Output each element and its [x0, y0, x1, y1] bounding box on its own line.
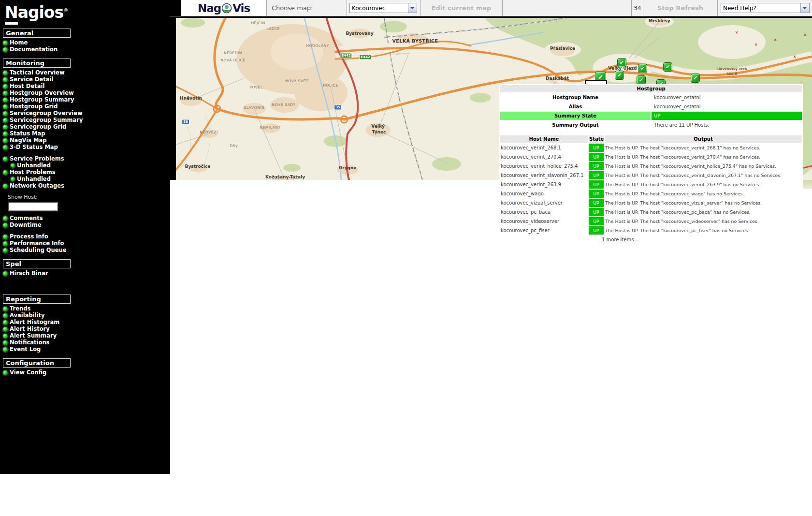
- sidebar-item-servicegroup-grid[interactable]: Servicegroup Grid: [3, 124, 170, 130]
- host-state-cell: UP: [589, 217, 604, 225]
- green-led-icon: [3, 170, 8, 175]
- sidebar-item-unhandled[interactable]: Unhandled: [11, 162, 170, 169]
- host-state-cell: UP: [589, 171, 604, 179]
- hostgroup-name-label: Hostgroup Name: [500, 93, 651, 102]
- host-status-up-icon[interactable]: ✔: [615, 71, 624, 80]
- sidebar-item-label: Hostgroup Overview: [10, 90, 74, 96]
- popup-title: Hostgroup: [500, 85, 802, 92]
- sidebar-item-network-outages[interactable]: Network Outages: [3, 183, 170, 189]
- sidebar-item-host-problems[interactable]: Host Problems: [3, 169, 170, 176]
- sidebar-item-view-config[interactable]: View Config: [3, 369, 170, 376]
- host-row: kocourovec_verint_slavonin_267.1UPThe Ho…: [500, 171, 802, 179]
- host-output-cell: The Host is UP. The host "kocourovec_ver…: [605, 171, 802, 179]
- map-select-cell: Kocourovec: [347, 0, 420, 16]
- sidebar-item-notifications[interactable]: Notifications: [3, 339, 170, 346]
- green-led-icon: [11, 163, 15, 168]
- dropdown-arrow-icon[interactable]: [408, 3, 417, 13]
- sidebar-item-label: Downtime: [10, 222, 41, 228]
- sidebar-item-label: Alert History: [10, 326, 50, 332]
- host-state-cell: UP: [589, 162, 604, 170]
- refresh-counter: 34: [632, 0, 643, 16]
- green-led-icon: [3, 320, 8, 325]
- sidebar-item-tactical-overview[interactable]: Tactical Overview: [3, 70, 170, 76]
- green-led-icon: [3, 235, 8, 239]
- host-output-cell: The Host is UP. The host "kocourovec_ver…: [605, 180, 802, 189]
- green-led-icon: [3, 111, 8, 116]
- host-row: kocourovec_verint_270.4UPThe Host is UP.…: [500, 153, 802, 161]
- show-host-block: Show Host:: [8, 194, 170, 211]
- sidebar-item-servicegroup-summary[interactable]: Servicegroup Summary: [3, 117, 170, 123]
- dropdown-arrow-icon[interactable]: [800, 3, 809, 13]
- sidebar-item-alert-summary[interactable]: Alert Summary: [3, 333, 170, 339]
- sidebar-item-alert-histogram[interactable]: Alert Histogram: [3, 319, 170, 325]
- nagios-logo[interactable]: Nagios®: [0, 0, 170, 23]
- sidebar-item-home[interactable]: Home: [3, 40, 170, 46]
- sidebar-item-label: Servicegroup Grid: [10, 124, 66, 130]
- host-name-cell: kocourovec_wago: [500, 190, 588, 198]
- host-status-up-icon[interactable]: ✔: [637, 75, 646, 85]
- sidebar-item-nagvis-map[interactable]: NagVis Map: [3, 137, 170, 144]
- green-led-icon: [3, 47, 8, 52]
- show-host-input[interactable]: [8, 202, 58, 211]
- sidebar-item-hostgroup-overview[interactable]: Hostgroup Overview: [3, 90, 170, 96]
- sidebar-item-documentation[interactable]: Documentation: [3, 46, 170, 53]
- sidebar-item-hostgroup-grid[interactable]: Hostgroup Grid: [3, 103, 170, 110]
- summary-state-label: Summary State: [500, 112, 651, 120]
- map-left-gap: [170, 18, 176, 180]
- sidebar-item-alert-history[interactable]: Alert History: [3, 326, 170, 332]
- host-row: kocourovec_videoserverUPThe Host is UP. …: [500, 217, 802, 225]
- sidebar-item-trends[interactable]: Trends: [3, 306, 170, 312]
- nagvis-logo[interactable]: Nag Vis: [198, 2, 250, 15]
- host-row: kocourovec_pc_fiserUPThe Host is UP. The…: [500, 226, 802, 235]
- sidebar-item-hirsch-binar[interactable]: Hirsch Binar: [3, 270, 170, 277]
- host-state-cell: UP: [589, 199, 604, 207]
- sidebar-item-label: Trends: [10, 306, 30, 312]
- host-output-cell: The Host is UP. The host "kocourovec_ver…: [605, 144, 802, 152]
- host-status-up-icon[interactable]: ✔: [617, 58, 626, 67]
- sidebar-item-hostgroup-summary[interactable]: Hostgroup Summary: [3, 97, 170, 103]
- nagvis-logo-nag: Nag: [198, 2, 221, 15]
- sidebar-gap: [0, 151, 170, 155]
- sidebar-item-label: Unhandled: [17, 162, 51, 169]
- header-spacer: [503, 0, 632, 16]
- edit-current-map-button[interactable]: Edit current map: [420, 0, 503, 16]
- map-right-tail: [803, 180, 812, 189]
- sidebar-item-process-info[interactable]: Process Info: [3, 234, 170, 240]
- green-led-icon: [3, 71, 8, 75]
- sidebar-item-service-detail[interactable]: Service Detail: [3, 76, 170, 83]
- need-help-select[interactable]: Need Help?: [721, 3, 810, 13]
- stop-refresh-button[interactable]: Stop Refresh: [643, 0, 718, 16]
- sidebar-item-event-log[interactable]: Event Log: [3, 346, 170, 353]
- sidebar-item-status-map[interactable]: Status Map: [3, 131, 170, 137]
- sidebar-item-label: Tactical Overview: [10, 70, 65, 76]
- sidebar-item-service-problems[interactable]: Service Problems: [3, 156, 170, 162]
- host-row: kocourovec_wagoUPThe Host is UP. The hos…: [500, 190, 802, 198]
- sidebar-item-servicegroup-overview[interactable]: Servicegroup Overview: [3, 110, 170, 117]
- sidebar-item-label: Event Log: [10, 346, 41, 353]
- host-status-up-icon[interactable]: ✔: [638, 64, 647, 73]
- host-status-up-icon[interactable]: ✔: [663, 62, 672, 72]
- sidebar-item-host-detail[interactable]: Host Detail: [3, 83, 170, 89]
- sidebar-item-3-d-status-map[interactable]: 3-D Status Map: [3, 144, 170, 150]
- green-led-icon: [3, 104, 8, 109]
- sidebar-item-performance-info[interactable]: Performance Info: [3, 240, 170, 247]
- green-led-icon: [3, 216, 8, 221]
- sidebar-item-availability[interactable]: Availability: [3, 312, 170, 319]
- sidebar-item-label: Network Outages: [10, 183, 64, 189]
- sidebar-item-scheduling-queue[interactable]: Scheduling Queue: [3, 247, 170, 253]
- host-name-cell: kocourovec_verint_slavonin_267.1: [500, 171, 588, 179]
- show-host-label: Show Host:: [8, 194, 170, 200]
- map-select[interactable]: Kocourovec: [349, 3, 417, 13]
- sidebar-item-label: Scheduling Queue: [10, 247, 67, 253]
- sidebar-item-label: Host Problems: [10, 169, 56, 176]
- green-led-icon: [11, 177, 15, 181]
- host-state-cell: UP: [589, 180, 604, 189]
- host-row: kocourovec_verint_263.9UPThe Host is UP.…: [500, 180, 802, 189]
- sidebar-item-unhandled[interactable]: Unhandled: [11, 176, 170, 182]
- output-header: Output: [605, 135, 802, 143]
- sidebar-item-downtime[interactable]: Downtime: [3, 222, 170, 228]
- sidebar-item-comments[interactable]: Comments: [3, 215, 170, 221]
- state-header: State: [589, 135, 604, 143]
- alias-value: kocourovec_ostatni: [652, 103, 802, 111]
- host-status-up-icon[interactable]: ✔: [691, 74, 700, 83]
